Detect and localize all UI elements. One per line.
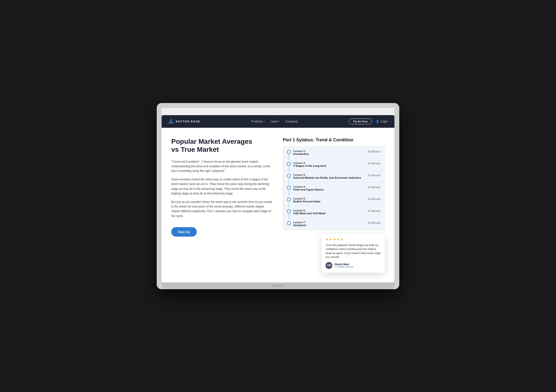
lesson-number: Lesson 4: [293, 185, 365, 188]
screen-indicator [162, 108, 394, 115]
review-popup: ★ ★ ★ ★ ★ I love this platform! Sector E… [322, 234, 385, 273]
chevron-down-icon: ▾ [278, 120, 279, 122]
lessons-list: Lesson 1:Introduction30 MinutesLesson 2:… [283, 146, 385, 230]
syllabus-title: Part 1 Sylabus: Trend & Condition [283, 137, 385, 143]
lesson-info: Lesson 7:Sentiment [293, 221, 365, 227]
sign-up-button[interactable]: Sign Up [171, 227, 197, 237]
verified-badge: ✓ Verified customer [334, 266, 354, 268]
laptop-base [162, 282, 394, 289]
description-3: But just as you wouldn't dress the same … [171, 200, 273, 218]
avatar: OM [326, 262, 332, 269]
lesson-duration: 30 Minutes [368, 150, 381, 153]
nav-company[interactable]: Company [285, 120, 298, 123]
star-rating: ★ ★ ★ ★ ★ [326, 238, 381, 241]
lesson-name: Introduction [293, 152, 365, 155]
lesson-number: Lesson 3: [293, 173, 365, 176]
right-panel: Part 1 Sylabus: Trend & Condition Lesson… [283, 137, 385, 273]
user-icon: 👤 [376, 120, 379, 123]
lesson-duration: 23 Minutes [368, 173, 381, 177]
reviewer-info: OM Oluchi Mazi ✓ Verified customer [326, 262, 381, 269]
navbar: SECTOR EDGE Products ▾ Learn ▾ Company T… [162, 115, 394, 128]
lesson-name: %30 Week and %10 Week [293, 212, 365, 215]
lesson-item[interactable]: Lesson 1:Introduction30 Minutes [283, 147, 384, 159]
lesson-number: Lesson 6: [293, 209, 365, 212]
lesson-number: Lesson 2: [293, 161, 365, 164]
lesson-item[interactable]: Lesson 2:4 Stages of the Long-term34 Min… [283, 159, 384, 170]
lesson-info: Lesson 5:Bullish Percent Index [293, 197, 365, 203]
nav-actions: Try for Free 👤 Login [349, 119, 388, 124]
lesson-name: Sentiment [293, 224, 365, 227]
lesson-name: Bullish Percent Index [293, 200, 365, 203]
laptop-frame: SECTOR EDGE Products ▾ Learn ▾ Company T… [157, 103, 399, 289]
chevron-down-icon: ▾ [264, 120, 265, 122]
logo-text: SECTOR EDGE [176, 120, 200, 123]
reviewer-name: Oluchi Mazi [334, 263, 354, 266]
lesson-item[interactable]: Lesson 3:External Markets are Really Jus… [283, 170, 384, 182]
laptop-screen: SECTOR EDGE Products ▾ Learn ▾ Company T… [162, 115, 394, 282]
lesson-duration: 37 Minutes [368, 209, 381, 212]
lesson-info: Lesson 3:External Markets are Really Jus… [293, 173, 365, 179]
logo-area: SECTOR EDGE [168, 119, 200, 124]
lesson-item[interactable]: Lesson 5:Bullish Percent Index34 Minutes [283, 194, 384, 206]
lesson-circle-icon [287, 186, 291, 190]
lesson-number: Lesson 7: [293, 221, 365, 224]
nav-links: Products ▾ Learn ▾ Company [251, 120, 298, 123]
lesson-circle-icon [287, 209, 291, 213]
lesson-circle-icon [287, 174, 291, 178]
nav-learn[interactable]: Learn ▾ [270, 120, 280, 123]
login-button[interactable]: 👤 Login [376, 120, 388, 123]
lesson-duration: 32 Minutes [368, 185, 381, 189]
review-text: I love this platform! Sector Edge has bu… [326, 243, 381, 259]
description-1: "Trend and Condition", 7 lessons focus o… [171, 160, 273, 174]
lesson-item[interactable]: Lesson 6:%30 Week and %10 Week37 Minutes [283, 206, 384, 218]
lesson-info: Lesson 6:%30 Week and %10 Week [293, 209, 365, 215]
lesson-info: Lesson 4:Point and Figure Basics [293, 185, 365, 191]
lesson-duration: 34 Minutes [368, 161, 381, 165]
lesson-item[interactable]: Lesson 4:Point and Figure Basics32 Minut… [283, 182, 384, 194]
lesson-number: Lesson 1: [293, 150, 365, 152]
lesson-circle-icon [287, 198, 291, 201]
nav-products[interactable]: Products ▾ [251, 120, 264, 123]
lesson-info: Lesson 1:Introduction [293, 150, 365, 155]
lesson-name: External Markets are Really Just Economi… [293, 176, 365, 179]
lesson-name: 4 Stages of the Long-term [293, 164, 365, 167]
lesson-circle-icon [287, 150, 291, 154]
lesson-duration: 34 Minutes [368, 197, 381, 200]
lesson-duration: 23 Minutes [368, 221, 381, 224]
main-content: Popular Market Averages vs True Market "… [162, 128, 394, 282]
lesson-number: Lesson 5: [293, 197, 365, 200]
lesson-info: Lesson 2:4 Stages of the Long-term [293, 161, 365, 167]
lesson-item[interactable]: Lesson 7:Sentiment23 Minutes [283, 218, 384, 230]
lesson-circle-icon [287, 162, 291, 166]
laptop-notch [271, 285, 285, 287]
reviewer-details: Oluchi Mazi ✓ Verified customer [334, 263, 354, 268]
logo-icon [168, 119, 174, 124]
page-title: Popular Market Averages vs True Market [171, 137, 273, 154]
left-panel: Popular Market Averages vs True Market "… [171, 137, 273, 273]
try-free-button[interactable]: Try for Free [349, 119, 372, 124]
lesson-name: Point and Figure Basics [293, 188, 365, 191]
lesson-circle-icon [287, 221, 291, 225]
description-2: Some investors invest the same way no ma… [171, 177, 273, 196]
